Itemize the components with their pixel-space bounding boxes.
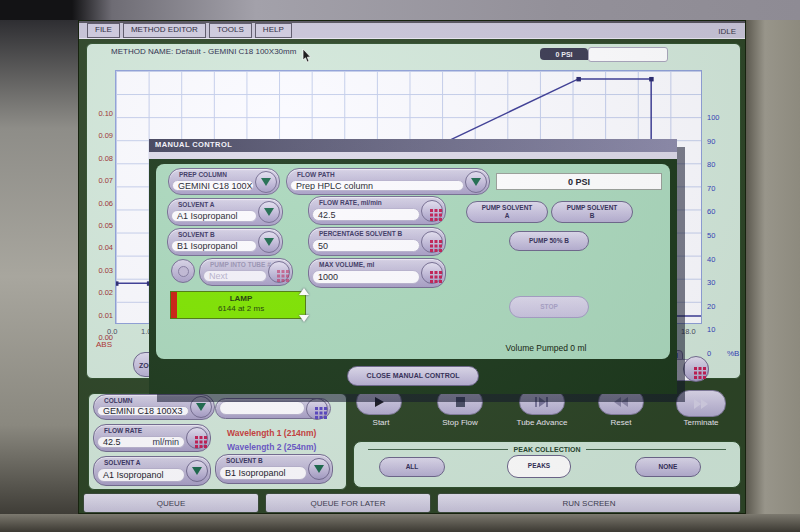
percentage-solvent-b-value[interactable]: 50 (312, 239, 420, 252)
dialog-solvent-a-value[interactable]: A1 Isopropanol (171, 210, 257, 222)
partial-field-keypad-button[interactable] (683, 356, 709, 382)
abs-tick: 0.10 (89, 110, 113, 118)
prep-column-value[interactable]: GEMINI C18 100X (172, 180, 254, 191)
spinner-up-icon[interactable] (299, 288, 309, 295)
solvent-b-dropdown-button[interactable] (308, 458, 330, 480)
percent-b-tick: 10 (707, 326, 729, 334)
percent-b-axis-label: %B (727, 349, 739, 358)
stop-flow-label: Stop Flow (418, 418, 502, 427)
menu-item[interactable]: TOOLS (209, 23, 252, 38)
abs-tick: 0.03 (89, 267, 113, 275)
x-tick-0: 0.0 (107, 327, 117, 336)
pump-solvent-a-button[interactable]: PUMP SOLVENT A (466, 201, 548, 223)
percent-b-axis-ticks: 1009080706050403020100 (707, 114, 729, 358)
run-screen-button[interactable]: RUN SCREEN (437, 493, 741, 513)
pump-50-b-button[interactable]: PUMP 50% B (509, 231, 589, 251)
lamp-status-indicator: LAMP 6144 at 2 ms (170, 291, 306, 319)
fast-forward-icon (692, 398, 710, 410)
solvent-b-value[interactable]: B1 Isopropanol (219, 466, 307, 480)
queue-for-later-button[interactable]: QUEUE FOR LATER (265, 493, 431, 513)
unlabeled-field-value[interactable] (219, 401, 305, 415)
play-icon (371, 396, 387, 408)
keypad-icon (430, 240, 433, 243)
stop-icon (452, 396, 468, 408)
max-volume-keypad-button[interactable] (421, 262, 443, 284)
peak-peaks-button[interactable]: PEAKS (507, 455, 571, 478)
flow-path-value[interactable]: Prep HPLC column (290, 180, 464, 191)
solvent-a-field: SOLVENT A A1 Isopropanol (93, 456, 211, 486)
peak-none-button[interactable]: NONE (635, 457, 701, 477)
peak-collection-title-row: PEAK COLLECTION (354, 442, 740, 453)
chevron-down-icon (196, 403, 206, 411)
percent-b-tick: 0 (707, 350, 729, 358)
keypad-icon (277, 270, 280, 273)
pump-into-tube-value[interactable]: Next (203, 270, 267, 282)
column-value[interactable]: GEMINI C18 100X3 (97, 406, 189, 416)
abs-axis-label: ABS (96, 340, 112, 349)
monitor-bezel-right (746, 20, 800, 514)
menu-item[interactable]: FILE (87, 23, 120, 38)
percent-b-tick: 80 (707, 161, 729, 169)
dialog-solvent-a-dropdown-button[interactable] (258, 201, 280, 223)
wavelength-2-label: Wavelength 2 (254nm) (227, 442, 316, 452)
unlabeled-field-keypad-button[interactable] (306, 398, 328, 420)
abs-tick: 0.02 (89, 289, 113, 297)
close-manual-control-button[interactable]: CLOSE MANUAL CONTROL (347, 366, 479, 386)
abs-tick: 0.04 (89, 244, 113, 252)
solvent-a-value[interactable]: A1 Isopropanol (97, 468, 185, 482)
abs-tick: 0.01 (89, 312, 113, 320)
peak-all-button[interactable]: ALL (379, 457, 445, 477)
prep-column-dropdown-button[interactable] (255, 171, 277, 193)
manual-control-dialog: MANUAL CONTROL PREP COLUMN GEMINI C18 10… (149, 139, 677, 394)
solvent-a-dropdown-button[interactable] (186, 460, 208, 482)
flow-path-dropdown-button[interactable] (465, 171, 487, 193)
dialog-solvent-a-field: SOLVENT A A1 Isopropanol (167, 198, 283, 226)
percentage-solvent-b-keypad-button[interactable] (421, 231, 443, 253)
abs-tick: 0.06 (89, 200, 113, 208)
terminate-label: Terminate (659, 418, 743, 427)
dialog-solvent-b-value[interactable]: B1 Isopropanol (171, 240, 257, 252)
pump-solvent-b-button[interactable]: PUMP SOLVENT B (551, 201, 633, 223)
pressure-display (588, 47, 668, 62)
divider (586, 449, 726, 450)
abs-tick: 0.09 (89, 132, 113, 140)
unlabeled-field (215, 398, 331, 419)
monitor-bezel-bottom (0, 514, 800, 532)
max-volume-value[interactable]: 1000 (312, 270, 420, 284)
monitor-bezel-left (0, 20, 78, 514)
peak-collection-panel: PEAK COLLECTION ALL PEAKS NONE (353, 441, 741, 488)
divider (368, 449, 508, 450)
flow-rate-value[interactable]: 42.5 ml/min (97, 436, 185, 448)
dialog-title-bar[interactable]: MANUAL CONTROL (149, 139, 677, 152)
queue-button[interactable]: QUEUE (83, 493, 259, 513)
method-name-label: METHOD NAME: Default - GEMINI C18 100X30… (111, 47, 296, 56)
pump-into-tube-radio[interactable] (171, 259, 195, 283)
dialog-solvent-b-dropdown-button[interactable] (258, 231, 280, 253)
dialog-flow-rate-value[interactable]: 42.5 (312, 208, 420, 221)
mouse-cursor-icon (302, 49, 312, 67)
pump-into-tube-keypad-button[interactable] (268, 261, 290, 283)
menu-item[interactable]: METHOD EDITOR (123, 23, 206, 38)
menu-bar: FILEMETHOD EDITORTOOLSHELP IDLE (79, 21, 745, 39)
keypad-icon (430, 209, 433, 212)
chevron-down-icon (264, 238, 274, 246)
dialog-frame: PREP COLUMN GEMINI C18 100X FLOW PATH Pr… (149, 159, 677, 394)
method-settings-panel: COLUMN GEMINI C18 100X3 FLOW RATE 42.5 m… (88, 393, 347, 490)
dialog-flow-rate-keypad-button[interactable] (421, 200, 443, 222)
abs-axis-ticks: 0.100.090.080.070.060.050.040.030.020.01… (89, 110, 113, 342)
prep-column-field: PREP COLUMN GEMINI C18 100X (168, 168, 280, 195)
status-idle: IDLE (718, 27, 736, 36)
dialog-content: PREP COLUMN GEMINI C18 100X FLOW PATH Pr… (156, 164, 670, 359)
peak-collection-title: PEAK COLLECTION (508, 446, 587, 453)
pump-into-tube-field: PUMP INTO TUBE # Next (199, 258, 293, 286)
menu-item[interactable]: HELP (255, 23, 292, 38)
terminate-button[interactable] (676, 390, 726, 417)
radio-inner-circle (178, 266, 189, 277)
flow-rate-keypad-button[interactable] (186, 427, 208, 449)
wavelength-1-label: Wavelength 1 (214nm) (227, 428, 316, 438)
column-dropdown-button[interactable] (190, 396, 212, 418)
spinner-down-icon[interactable] (299, 315, 309, 322)
stop-button[interactable]: STOP (509, 296, 589, 318)
percent-b-tick: 30 (707, 279, 729, 287)
step-icon (533, 396, 551, 408)
